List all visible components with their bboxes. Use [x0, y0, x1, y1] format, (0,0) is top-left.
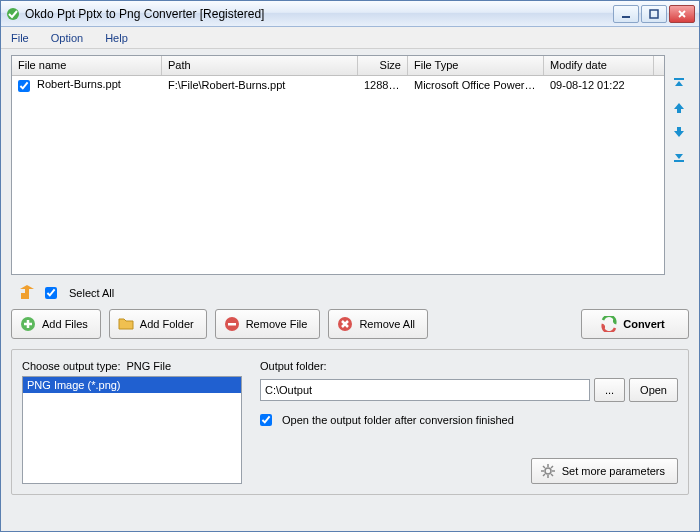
list-header: File name Path Size File Type Modify dat…	[12, 56, 664, 76]
output-folder-row: ... Open	[260, 378, 678, 402]
remove-all-icon	[337, 316, 353, 332]
svg-rect-3	[674, 78, 684, 80]
toolbar: Add Files Add Folder Remove File Remove …	[11, 309, 689, 339]
add-files-icon	[20, 316, 36, 332]
folder-icon	[118, 316, 134, 332]
convert-icon	[601, 316, 617, 332]
move-up-button[interactable]	[670, 99, 688, 117]
convert-label: Convert	[623, 318, 665, 330]
menu-help[interactable]: Help	[101, 30, 132, 46]
browse-button[interactable]: ...	[594, 378, 625, 402]
list-body: Robert-Burns.ppt F:\File\Robert-Burns.pp…	[12, 76, 664, 274]
row-checkbox[interactable]	[18, 80, 30, 92]
output-type-section: Choose output type: PNG File PNG Image (…	[22, 360, 242, 484]
menu-file[interactable]: File	[7, 30, 33, 46]
remove-file-button[interactable]: Remove File	[215, 309, 321, 339]
svg-line-15	[551, 474, 553, 476]
app-icon	[5, 6, 21, 22]
cell-size: 1288KB	[358, 78, 408, 92]
move-down-button[interactable]	[670, 123, 688, 141]
output-folder-section: Output folder: ... Open Open the output …	[260, 360, 678, 484]
more-parameters-button[interactable]: Set more parameters	[531, 458, 678, 484]
output-folder-label: Output folder:	[260, 360, 678, 372]
remove-icon	[224, 316, 240, 332]
add-files-label: Add Files	[42, 318, 88, 330]
svg-point-0	[7, 8, 19, 20]
svg-rect-4	[674, 160, 684, 162]
content: File name Path Size File Type Modify dat…	[1, 49, 699, 531]
select-all-checkbox[interactable]	[45, 287, 57, 299]
cell-type: Microsoft Office PowerP...	[408, 78, 544, 92]
reorder-controls	[669, 55, 689, 275]
col-header-date[interactable]: Modify date	[544, 56, 654, 75]
svg-rect-7	[228, 323, 236, 326]
select-all-row: Select All	[11, 281, 689, 303]
col-header-size[interactable]: Size	[358, 56, 408, 75]
remove-all-label: Remove All	[359, 318, 415, 330]
window-controls	[613, 5, 695, 23]
svg-line-14	[543, 466, 545, 468]
svg-line-16	[551, 466, 553, 468]
maximize-button[interactable]	[641, 5, 667, 23]
col-header-path[interactable]: Path	[162, 56, 358, 75]
table-row[interactable]: Robert-Burns.ppt F:\File\Robert-Burns.pp…	[12, 76, 664, 94]
output-folder-input[interactable]	[260, 379, 590, 401]
output-panel: Choose output type: PNG File PNG Image (…	[11, 349, 689, 495]
open-after-label: Open the output folder after conversion …	[282, 414, 514, 426]
remove-file-label: Remove File	[246, 318, 308, 330]
menu-option[interactable]: Option	[47, 30, 87, 46]
col-header-name[interactable]: File name	[12, 56, 162, 75]
move-bottom-button[interactable]	[670, 147, 688, 165]
open-folder-button[interactable]: Open	[629, 378, 678, 402]
minimize-button[interactable]	[613, 5, 639, 23]
add-files-button[interactable]: Add Files	[11, 309, 101, 339]
add-folder-label: Add Folder	[140, 318, 194, 330]
more-params-label: Set more parameters	[562, 465, 665, 477]
app-window: Okdo Ppt Pptx to Png Converter [Register…	[0, 0, 700, 532]
type-option-png[interactable]: PNG Image (*.png)	[23, 377, 241, 393]
file-area: File name Path Size File Type Modify dat…	[11, 55, 689, 275]
row-filename: Robert-Burns.ppt	[37, 78, 121, 90]
svg-rect-1	[622, 16, 630, 18]
choose-type-label: Choose output type:	[22, 360, 120, 372]
svg-point-9	[545, 468, 551, 474]
more-params-row: Set more parameters	[260, 458, 678, 484]
col-header-type[interactable]: File Type	[408, 56, 544, 75]
open-after-checkbox[interactable]	[260, 414, 272, 426]
close-button[interactable]	[669, 5, 695, 23]
window-title: Okdo Ppt Pptx to Png Converter [Register…	[25, 7, 613, 21]
select-all-label: Select All	[69, 287, 114, 299]
menubar: File Option Help	[1, 27, 699, 49]
svg-rect-2	[650, 10, 658, 18]
up-arrow-icon	[19, 285, 37, 301]
file-list[interactable]: File name Path Size File Type Modify dat…	[11, 55, 665, 275]
type-value: PNG File	[126, 360, 171, 372]
output-type-list[interactable]: PNG Image (*.png)	[22, 376, 242, 484]
remove-all-button[interactable]: Remove All	[328, 309, 428, 339]
titlebar[interactable]: Okdo Ppt Pptx to Png Converter [Register…	[1, 1, 699, 27]
cell-name: Robert-Burns.ppt	[12, 77, 162, 92]
output-type-header: Choose output type: PNG File	[22, 360, 242, 372]
cell-date: 09-08-12 01:22	[544, 78, 654, 92]
move-top-button[interactable]	[670, 75, 688, 93]
cell-path: F:\File\Robert-Burns.ppt	[162, 78, 358, 92]
add-folder-button[interactable]: Add Folder	[109, 309, 207, 339]
gear-icon	[540, 463, 556, 479]
open-after-row: Open the output folder after conversion …	[260, 414, 678, 426]
svg-line-17	[543, 474, 545, 476]
convert-button[interactable]: Convert	[581, 309, 689, 339]
